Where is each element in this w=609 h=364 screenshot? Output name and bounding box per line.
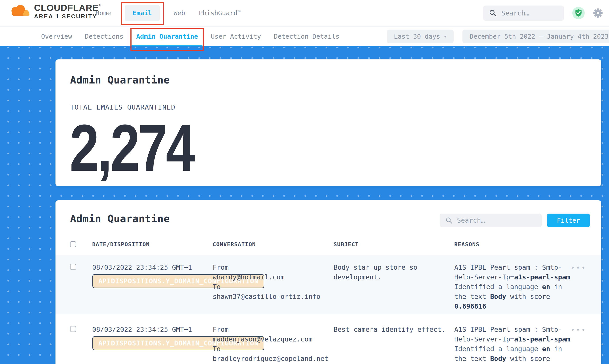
table-header-row: DATE/DISPOSITIONCONVERSATIONSUBJECTREASO… <box>55 241 601 247</box>
from-address: whardy@hotmail.com <box>213 272 334 282</box>
tab-overview[interactable]: Overview <box>41 26 72 46</box>
from-label: From <box>213 325 334 334</box>
shield-check-icon <box>575 9 582 17</box>
reason-line: the text Body with score <box>454 354 556 364</box>
to-address: bradleyrodriguez@copeland.net <box>213 354 334 364</box>
conversation-cell: Fromwhardy@hotmail.comToshawn37@castillo… <box>213 263 334 311</box>
nav-item-home[interactable]: Home <box>95 6 111 20</box>
select-all-checkbox[interactable] <box>70 241 76 247</box>
nav-item-phishguard[interactable]: PhishGuard™ <box>199 6 241 20</box>
to-label: To <box>213 344 334 354</box>
global-search[interactable] <box>483 6 564 21</box>
date-text: 08/03/2022 23:34:25 GMT+1 <box>92 263 213 272</box>
sub-nav: OverviewDetectionsAdmin QuarantineUser A… <box>0 26 609 46</box>
date-range-display[interactable]: December 5th 2022 — January 4th 2023 <box>462 30 609 43</box>
date-controls: Last 30 days ▾ December 5th 2022 — Janua… <box>387 26 609 46</box>
row-checkbox[interactable] <box>70 326 76 332</box>
to-address: shawn37@castillo-ortiz.info <box>213 292 334 301</box>
table-row: 08/03/2022 23:34:25 GMT+1APIDISPOSITIONS… <box>55 317 601 364</box>
table-search-input[interactable] <box>457 216 536 224</box>
brand-text: CLOUDFLARE® AREA 1 SECURITY <box>34 3 101 19</box>
subject-line: development. <box>334 272 454 282</box>
gear-icon[interactable] <box>593 8 603 18</box>
row-actions-ellipsis-icon[interactable]: ••• <box>571 325 587 364</box>
column-header-conversation: CONVERSATION <box>213 241 334 247</box>
tab-detection-details[interactable]: Detection Details <box>274 26 339 46</box>
reason-line: Identified a language en in <box>454 344 556 354</box>
nav-item-label: PhishGuard™ <box>199 9 241 17</box>
total-quarantined-value: 2,274 <box>70 115 194 181</box>
subject-cell: Best camera identify effect. <box>334 325 454 364</box>
table-body: 08/03/2022 23:34:25 GMT+1APIDISPOSITIONS… <box>55 255 601 364</box>
reason-line: A1S IPBL Pearl spam : Smtp- <box>454 263 556 272</box>
top-nav: HomeEmailWebPhishGuard™ <box>95 0 241 26</box>
from-label: From <box>213 263 334 272</box>
column-header-date-disposition: DATE/DISPOSITION <box>92 241 213 247</box>
summary-card-title: Admin Quarantine <box>70 74 170 86</box>
tab-detections[interactable]: Detections <box>85 26 123 46</box>
tab-label: User Activity <box>211 33 261 40</box>
nav-item-label: Web <box>174 9 185 17</box>
reason-line: 0.696816 <box>454 301 556 311</box>
nav-item-label: Email <box>133 9 152 17</box>
chevron-down-icon: ▾ <box>444 34 447 39</box>
top-header: CLOUDFLARE® AREA 1 SECURITY HomeEmailWeb… <box>0 0 609 26</box>
column-header-subject: SUBJECT <box>334 241 454 247</box>
tab-label: Detections <box>85 33 123 40</box>
summary-card: Admin Quarantine TOTAL EMAILS QUARANTINE… <box>55 59 601 186</box>
reason-line: A1S IPBL Pearl spam : Smtp- <box>454 325 556 334</box>
search-icon <box>489 9 497 17</box>
table-toolbar: Filter <box>440 214 590 227</box>
reason-line: Helo-Server-Ip=a1s-pearl-spam <box>454 272 556 282</box>
conversation-cell: Frommaddenjason@velazquez.comTobradleyro… <box>213 325 334 364</box>
search-icon <box>446 217 452 224</box>
date-text: 08/03/2022 23:34:25 GMT+1 <box>92 325 213 334</box>
from-address: maddenjason@velazquez.com <box>213 334 334 344</box>
nav-item-email[interactable]: Email <box>125 5 160 21</box>
header-actions <box>483 0 603 26</box>
reasons-cell: A1S IPBL Pearl spam : Smtp-Helo-Server-I… <box>454 325 556 364</box>
reason-line: Helo-Server-Ip=a1s-pearl-spam <box>454 334 556 344</box>
period-label: Last 30 days <box>394 33 440 40</box>
reasons-cell: A1S IPBL Pearl spam : Smtp-Helo-Server-I… <box>454 263 556 311</box>
tab-label: Admin Quarantine <box>136 33 198 40</box>
table-card-title: Admin Quarantine <box>70 213 170 225</box>
subject-line: Body star up store so <box>334 263 454 272</box>
global-search-input[interactable] <box>501 9 558 17</box>
cloudflare-logo: CLOUDFLARE® AREA 1 SECURITY <box>8 3 101 19</box>
period-dropdown[interactable]: Last 30 days ▾ <box>387 30 454 43</box>
total-quarantined-label: TOTAL EMAILS QUARANTINED <box>70 103 176 111</box>
tab-admin-quarantine[interactable]: Admin Quarantine <box>136 26 198 46</box>
active-tab-underline <box>131 45 202 46</box>
app-screen: CLOUDFLARE® AREA 1 SECURITY HomeEmailWeb… <box>0 0 609 364</box>
reason-line: Identified a language en in <box>454 282 556 292</box>
filter-button[interactable]: Filter <box>547 214 590 227</box>
sub-nav-tabs: OverviewDetectionsAdmin QuarantineUser A… <box>41 26 339 46</box>
to-label: To <box>213 282 334 292</box>
tab-user-activity[interactable]: User Activity <box>211 26 261 46</box>
brand-name: CLOUDFLARE® <box>34 3 101 13</box>
table-search[interactable] <box>440 214 542 227</box>
brand-subtitle: AREA 1 SECURITY <box>34 13 101 19</box>
subject-cell: Body star up store sodevelopment. <box>334 263 454 311</box>
table-row: 08/03/2022 23:34:25 GMT+1APIDISPOSITIONS… <box>55 255 601 314</box>
nav-item-web[interactable]: Web <box>174 6 185 20</box>
reason-line: the text Body with score <box>454 292 556 301</box>
tab-label: Overview <box>41 33 72 40</box>
quarantine-table: DATE/DISPOSITIONCONVERSATIONSUBJECTREASO… <box>55 241 601 364</box>
row-actions-ellipsis-icon[interactable]: ••• <box>571 263 587 311</box>
column-header-reasons: REASONS <box>454 241 556 247</box>
nav-item-label: Home <box>95 9 111 17</box>
quarantine-table-card: Admin Quarantine Filter DATE/DISPOSITION… <box>55 200 601 364</box>
row-checkbox[interactable] <box>70 264 76 270</box>
date-range-label: December 5th 2022 — January 4th 2023 <box>470 33 609 40</box>
tab-label: Detection Details <box>274 33 339 40</box>
cloudflare-cloud-icon <box>8 4 30 19</box>
subject-line: Best camera identify effect. <box>334 325 454 334</box>
security-status-icon[interactable] <box>572 7 585 19</box>
